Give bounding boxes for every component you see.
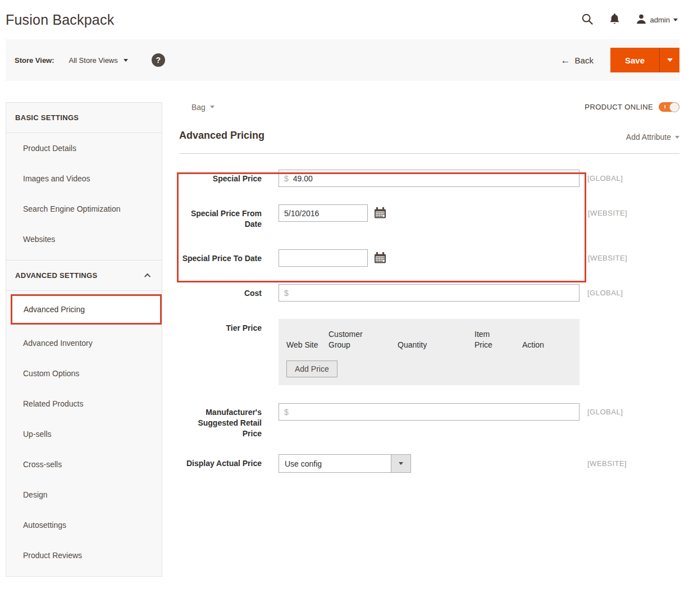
main-panel: Bag PRODUCT ONLINE I Advanced Pricing Ad… [179,102,679,473]
special-price-to-scope: [WEBSITE] [588,254,627,262]
tier-price-label: Tier Price [179,319,262,334]
advanced-settings-title: ADVANCED SETTINGS [15,271,97,280]
sidebar-item-product-details[interactable]: Product Details [6,133,162,163]
tier-col-customer-group: Customer Group [328,329,373,350]
display-actual-price-label: Display Actual Price [179,454,262,469]
special-price-from-scope: [WEBSITE] [588,209,627,217]
add-attribute-label: Add Attribute [626,133,671,142]
sidebar-item-advanced-pricing[interactable]: Advanced Pricing [11,294,162,325]
page-title: Fusion Backpack [6,12,114,28]
sidebar-item-advanced-inventory[interactable]: Advanced Inventory [6,328,162,358]
sidebar-item-autosettings[interactable]: Autosettings [6,510,162,540]
header-actions: admin [581,13,678,27]
store-view-switcher[interactable]: All Store Views [69,56,128,65]
msrp-scope: [GLOBAL] [587,408,623,416]
back-button[interactable]: ← Back [561,56,594,65]
special-price-to-control: [WEBSITE] [279,249,627,267]
help-button[interactable]: ? [152,53,165,67]
special-price-control: $ [GLOBAL] [279,170,623,187]
product-online-control: PRODUCT ONLINE I [585,102,679,112]
chevron-up-icon [144,273,150,279]
product-online-label: PRODUCT ONLINE [585,103,653,111]
calendar-icon [374,257,387,266]
sidebar-item-search-engine-optimization[interactable]: Search Engine Optimization [6,194,162,224]
sidebar-item-websites[interactable]: Websites [6,224,162,254]
select-dropdown-button [391,455,410,472]
search-icon [581,13,594,27]
cost-input[interactable] [293,289,574,298]
add-attribute-button[interactable]: Add Attribute [626,133,679,142]
display-actual-price-select[interactable]: Use config [279,454,411,473]
calendar-icon [374,212,387,221]
add-price-button[interactable]: Add Price [286,361,337,377]
toggle-on-indicator: I [664,104,666,109]
special-price-to-calendar-button[interactable] [374,252,387,264]
notifications-button[interactable] [609,13,620,26]
save-options-button[interactable] [659,48,679,72]
chevron-down-icon [675,136,679,139]
special-price-to-label: Special Price To Date [179,249,262,264]
advanced-pricing-form: Special Price $ [GLOBAL] Special Price F… [179,170,679,473]
section-header-row: Advanced Pricing Add Attribute [179,130,679,154]
chevron-down-icon [667,58,673,62]
special-price-from-input-box [279,204,368,222]
search-button[interactable] [581,13,594,27]
tier-col-web-site: Web Site [286,340,318,350]
msrp-row: Manufacturer's Suggested Retail Price $ … [179,403,679,439]
tier-price-panel: Web Site Customer Group Quantity Item Pr… [279,319,580,385]
sidebar-item-up-sells[interactable]: Up-sells [6,419,162,449]
save-button[interactable]: Save [610,48,659,72]
toggle-knob [669,102,679,112]
chevron-down-icon [210,106,215,108]
sidebar-item-product-reviews[interactable]: Product Reviews [6,540,162,571]
tier-price-row: Tier Price Web Site Customer Group Quant… [179,319,679,385]
user-icon [636,13,647,26]
msrp-input[interactable] [293,408,574,417]
special-price-row: Special Price $ [GLOBAL] [179,170,679,187]
special-price-from-calendar-button[interactable] [374,207,387,219]
attribute-set-switcher[interactable]: Bag [191,103,215,112]
display-actual-price-scope: [WEBSITE] [587,459,627,468]
special-price-to-row: Special Price To Date [WEBSITE] [179,249,679,267]
msrp-control: $ [GLOBAL] [279,403,623,421]
sidebar-item-cross-sells[interactable]: Cross-sells [6,449,162,480]
admin-username: admin [650,16,670,24]
special-price-scope: [GLOBAL] [587,174,623,182]
tier-col-action: Action [522,340,572,350]
content: BASIC SETTINGS Product Details Images an… [6,102,679,577]
currency-prefix: $ [284,408,289,417]
chevron-down-icon [399,462,403,465]
currency-prefix: $ [284,289,289,298]
special-price-input[interactable] [293,174,574,183]
sidebar-item-related-products[interactable]: Related Products [6,389,162,419]
sidebar-spacer [6,254,162,260]
cost-scope: [GLOBAL] [587,289,623,297]
store-view-label: Store View: [15,56,54,65]
sidebar-item-images-and-videos[interactable]: Images and Videos [6,163,162,194]
toolbar: Store View: All Store Views ? ← Back Sav… [6,39,679,81]
special-price-to-input[interactable] [284,254,362,263]
back-label: Back [575,56,594,65]
product-online-toggle[interactable]: I [659,102,679,112]
cost-control: $ [GLOBAL] [279,284,623,302]
sidebar-section-basic-settings: BASIC SETTINGS [6,103,162,133]
msrp-label: Manufacturer's Suggested Retail Price [179,403,262,439]
currency-prefix: $ [284,174,289,183]
basic-settings-title: BASIC SETTINGS [15,113,79,122]
special-price-label: Special Price [179,170,262,184]
special-price-from-input[interactable] [284,209,362,218]
back-arrow-icon: ← [561,56,571,65]
special-price-to-input-box [279,249,368,267]
toolbar-left: Store View: All Store Views ? [15,53,165,67]
chevron-down-icon [124,59,128,62]
sidebar-section-advanced-settings[interactable]: ADVANCED SETTINGS [6,260,162,291]
display-actual-price-control: Use config [WEBSITE] [279,454,627,473]
page-header: Fusion Backpack admin [0,0,689,39]
toolbar-right: ← Back Save [561,48,679,72]
sidebar-item-custom-options[interactable]: Custom Options [6,358,162,389]
sidebar-item-design[interactable]: Design [6,480,162,510]
special-price-from-control: [WEBSITE] [279,204,627,222]
admin-user-menu[interactable]: admin [636,13,678,26]
attribute-set-name: Bag [191,103,206,112]
bell-icon [609,13,620,26]
